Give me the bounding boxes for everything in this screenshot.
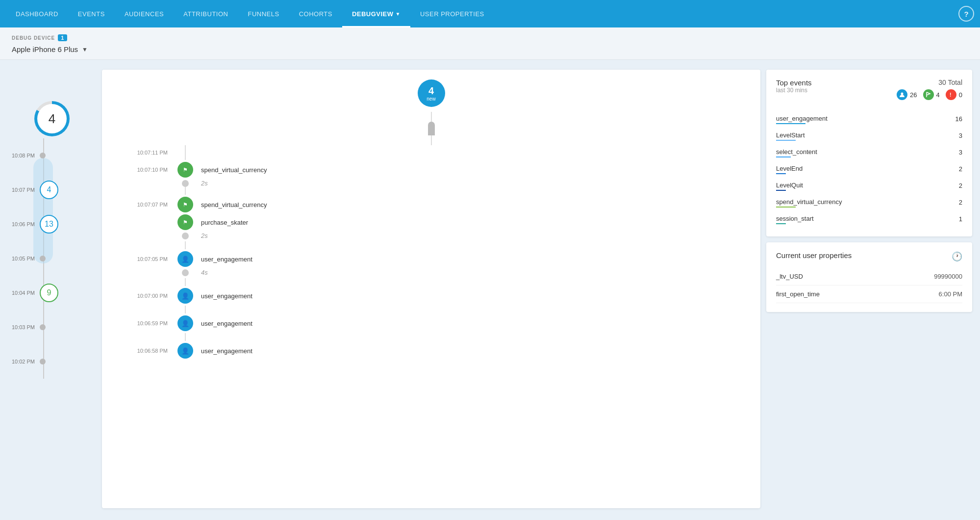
event-name-engagement4: user_engagement: [195, 347, 751, 355]
blue-person-icon-3: 👤: [177, 315, 193, 331]
time-1003: 10:03 PM: [8, 324, 40, 330]
main-layout: 4 10:08 PM 10:07 PM 4 10:06 PM 13: [0, 60, 980, 518]
event-list-item-2[interactable]: select_content 3: [776, 144, 962, 161]
gap-2s-1: 2s: [195, 180, 751, 187]
blue-person-icon-2: 👤: [177, 288, 193, 304]
green-flag-icon-1: ⚑: [177, 162, 193, 178]
event-time-10071100: 10:07:11 PM: [112, 150, 176, 156]
nav-audiences[interactable]: AUDIENCES: [115, 0, 174, 27]
timeline-row-1002: 10:02 PM: [8, 344, 96, 379]
timeline-row-1006: 10:06 PM 13: [8, 207, 96, 241]
debugview-dropdown-arrow: ▼: [396, 11, 401, 17]
event-counts: 26 4 ! 0: [897, 89, 962, 100]
user-properties-title: Current user properties: [776, 251, 852, 260]
event-list-item-4[interactable]: LevelQuit 2: [776, 178, 962, 194]
gap-4s: 4s: [195, 269, 751, 276]
event-time-10065800: 10:06:58 PM: [112, 348, 176, 354]
time-1002: 10:02 PM: [8, 359, 40, 364]
event-block-10065800[interactable]: 10:06:58 PM 👤 user_engagement: [112, 343, 751, 359]
timeline-row-1003: 10:03 PM: [8, 310, 96, 344]
dot-1002: [40, 359, 46, 364]
middle-events-panel: 4 new 10:07:11 PM 10:07:10 PM: [102, 70, 760, 508]
event-block-10065900[interactable]: 10:06:59 PM 👤 user_engagement: [112, 315, 751, 331]
timeline-row-1004: 10:04 PM 9: [8, 276, 96, 310]
event-name-engagement2: user_engagement: [195, 292, 751, 300]
nav-user-properties[interactable]: USER PROPERTIES: [410, 0, 494, 27]
event-name-purchase: purchase_skater: [195, 219, 751, 226]
bubble-1004[interactable]: 9: [40, 284, 58, 302]
event-list-item-6[interactable]: session_start 1: [776, 211, 962, 228]
history-icon[interactable]: 🕐: [952, 251, 962, 262]
event-list-item-3[interactable]: LevelEnd 2: [776, 161, 962, 178]
count-blue: 26: [897, 89, 917, 100]
timeline-rows: 10:08 PM 10:07 PM 4 10:06 PM 13 10:05 PM…: [8, 138, 96, 379]
time-1008: 10:08 PM: [8, 153, 40, 158]
warning-icon-red: !: [948, 92, 954, 98]
device-dropdown-arrow: ▼: [82, 46, 88, 53]
event-name-spend1: spend_virtual_currency: [195, 166, 751, 174]
device-name: Apple iPhone 6 Plus: [12, 45, 78, 53]
time-1006: 10:06 PM: [8, 221, 40, 227]
green-flag-icon-3: ⚑: [177, 214, 193, 230]
debug-device-label: DEBUG DEVICE 1: [12, 34, 968, 41]
count-green: 4: [923, 89, 940, 100]
event-block-10071100: 10:07:11 PM: [112, 145, 751, 160]
event-block-10070700a[interactable]: 10:07:07 PM ⚑ spend_virtual_currency: [112, 197, 751, 212]
count-circle-green: [923, 89, 934, 100]
nav-cohorts[interactable]: COHORTS: [289, 0, 342, 27]
nav-debugview[interactable]: DEBUGVIEW ▼: [342, 0, 410, 27]
event-block-10070500[interactable]: 10:07:05 PM 👤 user_engagement: [112, 251, 751, 267]
timeline-row-1007: 10:07 PM 4: [8, 173, 96, 207]
bubble-1007[interactable]: 4: [40, 181, 58, 199]
svg-text:!: !: [950, 92, 951, 98]
gap-2s-2: 2s: [195, 232, 751, 239]
time-1005: 10:05 PM: [8, 256, 40, 261]
count-red: ! 0: [946, 89, 962, 100]
top-navigation: DASHBOARD EVENTS AUDIENCES ATTRIBUTION F…: [0, 0, 980, 27]
connector-pin: [428, 122, 435, 135]
event-name-spend2: spend_virtual_currency: [195, 201, 751, 208]
user-prop-ltv[interactable]: _ltv_USD 99990000: [776, 268, 962, 286]
blue-person-icon-1: 👤: [177, 251, 193, 267]
gap-dot-3: [182, 269, 189, 276]
top-count-circle: 4: [34, 101, 70, 136]
top-new-circle: 4 new: [418, 79, 445, 107]
debug-device-badge: 1: [58, 34, 67, 41]
top-events-title: Top events last 30 mins: [776, 78, 812, 101]
user-properties-list: _ltv_USD 99990000 first_open_time 6:00 P…: [776, 268, 962, 303]
device-selector[interactable]: Apple iPhone 6 Plus ▼: [12, 45, 968, 53]
blue-person-icon-4: 👤: [177, 343, 193, 359]
person-icon-blue: [899, 92, 905, 98]
user-prop-first-open[interactable]: first_open_time 6:00 PM: [776, 286, 962, 303]
top-events-card: Top events last 30 mins 30 Total 26: [766, 70, 972, 236]
event-time-10071000: 10:07:10 PM: [112, 167, 176, 173]
time-1004: 10:04 PM: [8, 290, 40, 296]
timeline-row-1008: 10:08 PM: [8, 138, 96, 173]
top-count-number: 4: [37, 104, 67, 133]
event-block-10071000[interactable]: 10:07:10 PM ⚑ spend_virtual_currency: [112, 162, 751, 178]
nav-dashboard[interactable]: DASHBOARD: [6, 0, 68, 27]
event-time-10065900: 10:06:59 PM: [112, 320, 176, 326]
top-events-total: 30 Total: [938, 78, 962, 86]
event-block-purchase[interactable]: ⚑ purchase_skater: [112, 214, 751, 230]
dot-1005: [40, 256, 46, 261]
nav-attribution[interactable]: ATTRIBUTION: [174, 0, 238, 27]
dot-1003: [40, 324, 46, 330]
event-name-engagement3: user_engagement: [195, 320, 751, 327]
gap-dot-1: [182, 180, 189, 187]
dot-1008: [40, 153, 46, 158]
timeline-row-1005: 10:05 PM: [8, 241, 96, 276]
bubble-1006[interactable]: 13: [40, 215, 58, 234]
flag-icon-green: [926, 92, 931, 98]
event-timeline-scroll[interactable]: 4 new 10:07:11 PM 10:07:10 PM: [102, 70, 760, 508]
right-panel: Top events last 30 mins 30 Total 26: [766, 70, 972, 508]
nav-events[interactable]: EVENTS: [68, 0, 115, 27]
event-time-10070700a: 10:07:07 PM: [112, 202, 176, 208]
event-list-item-0[interactable]: user_engagement 16: [776, 111, 962, 128]
help-button[interactable]: ?: [958, 6, 974, 22]
event-list-item-5[interactable]: spend_virtual_currency 2: [776, 194, 962, 211]
event-block-10070000[interactable]: 10:07:00 PM 👤 user_engagement: [112, 288, 751, 304]
nav-funnels[interactable]: FUNNELS: [238, 0, 289, 27]
count-circle-red: !: [946, 89, 956, 100]
event-list-item-1[interactable]: LevelStart 3: [776, 128, 962, 144]
